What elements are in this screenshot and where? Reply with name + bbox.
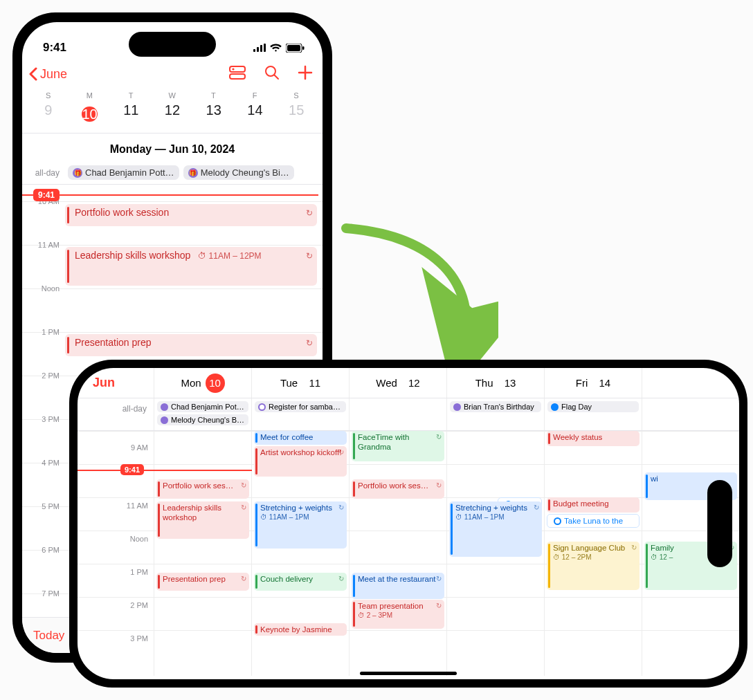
hour-label: 1 PM	[130, 568, 148, 576]
weekday-label: F	[235, 91, 276, 100]
recurring-icon: ↻	[436, 602, 442, 610]
recurring-icon: ↻	[241, 575, 246, 583]
event-title: Weekly status	[553, 433, 602, 441]
event-block[interactable]: Stretching + weights⏱ 11AM – 1PM↻	[254, 501, 347, 549]
event-block[interactable]: Portfolio work ses…↻	[352, 479, 444, 499]
event-title: Budget meeting	[553, 499, 609, 508]
recurring-icon: ↻	[436, 575, 442, 583]
allday-event-chip[interactable]: Brian Tran's Birthday	[450, 401, 541, 412]
event-title: Family	[651, 544, 674, 552]
circle-icon	[554, 517, 561, 525]
event-title: Presentation prep	[75, 337, 152, 348]
weekday-label: M	[69, 91, 111, 100]
recurring-icon: ↻	[241, 504, 246, 512]
month-label[interactable]: Jun	[78, 376, 154, 390]
status-icons	[253, 44, 305, 53]
wifi-icon	[270, 44, 282, 52]
day-column-header[interactable]: Wed 12	[349, 368, 446, 398]
weekday-label: S	[275, 91, 317, 100]
now-time: 9:41	[120, 464, 144, 475]
week-header: Jun Mon10 Tue 11 Wed 12 Thu 13 Fri 14	[78, 368, 739, 398]
svg-rect-0	[253, 49, 255, 52]
event-block[interactable]: Meet at the restaurant↻	[352, 573, 444, 599]
event-block[interactable]: Portfolio work ses…↻	[156, 479, 249, 499]
event-title: FaceTime with Grandma	[358, 433, 409, 451]
event-block[interactable]: Couch delivery↻	[254, 573, 347, 591]
svg-rect-6	[302, 46, 305, 50]
event-block[interactable]: Weekly status	[547, 431, 639, 446]
event-title: Stretching + weights	[455, 504, 527, 512]
search-button[interactable]	[264, 65, 280, 83]
weekday-label: T	[110, 91, 152, 100]
allday-event-chip[interactable]: Chad Benjamin Pot…	[157, 401, 248, 412]
allday-cell	[349, 398, 446, 430]
svg-rect-5	[287, 45, 300, 51]
allday-event-chip[interactable]: Melody Cheung's B…	[157, 414, 248, 425]
day-column-header[interactable]: Fri 14	[544, 368, 642, 398]
day-column-tue: Meet for coffeeArtist workshop kickoff!↻…	[251, 431, 349, 676]
event-block[interactable]: Portfolio work session ↻	[65, 204, 317, 226]
allday-event-chip[interactable]: Flag Day	[547, 401, 639, 412]
event-block[interactable]: Keynote by Jasmine	[254, 623, 347, 636]
date-cell-selected[interactable]: 10	[69, 102, 111, 126]
home-indicator	[360, 672, 457, 675]
hour-label: 3 PM	[25, 415, 60, 423]
chevron-left-icon	[28, 67, 37, 81]
recurring-icon: ↻	[338, 504, 344, 512]
event-block[interactable]: Take Luna to the vet	[547, 514, 639, 528]
hour-label: 6 PM	[25, 546, 60, 554]
event-title: Presentation prep	[163, 575, 226, 583]
event-subtitle: ⏱ 2 – 3PM	[358, 611, 441, 620]
hour-label: Noon	[25, 284, 60, 293]
svg-rect-1	[257, 47, 259, 52]
day-column-header[interactable]: Mon10	[154, 368, 251, 398]
today-button[interactable]: Today	[33, 629, 64, 643]
recurring-icon: ↻	[241, 481, 246, 490]
phone-landscape-frame: Jun Mon10 Tue 11 Wed 12 Thu 13 Fri 14 al…	[69, 360, 747, 688]
list-icon	[228, 66, 246, 80]
svg-rect-8	[230, 74, 245, 79]
add-button[interactable]	[298, 65, 313, 83]
event-block[interactable]: FaceTime with Grandma↻	[352, 431, 444, 461]
allday-event-chip[interactable]: Register for samba…	[255, 401, 346, 412]
event-block[interactable]: Leadership skills workshop↻	[156, 501, 249, 539]
allday-label: all-day	[29, 168, 64, 178]
allday-event-chip[interactable]: 🎁Melody Cheung's Bi…	[183, 165, 294, 180]
event-block[interactable]: Leadership skills workshop ⏱ 11AM – 12PM…	[65, 247, 317, 286]
allday-event-chip[interactable]: 🎁Chad Benjamin Pott…	[68, 165, 179, 180]
event-title: Team presentation	[358, 602, 424, 610]
hour-label: 3 PM	[130, 634, 148, 643]
event-block[interactable]: Stretching + weights⏱ 11AM – 1PM↻	[449, 501, 542, 557]
gift-icon	[161, 403, 168, 411]
weekday-label: S	[28, 91, 69, 100]
event-title: Take Luna to the vet	[554, 517, 623, 528]
date-cell[interactable]: 11	[110, 102, 152, 126]
recurring-icon: ↻	[338, 448, 344, 457]
date-cell[interactable]: 14	[235, 102, 276, 126]
event-block[interactable]: Sign Language Club⏱ 12 – 2PM↻	[547, 542, 639, 590]
week-allday-row: all-day Chad Benjamin Pot… Melody Cheung…	[78, 398, 739, 431]
battery-icon	[286, 44, 305, 53]
svg-rect-7	[230, 66, 245, 72]
hour-label: 11 AM	[127, 501, 148, 510]
event-block[interactable]: Artist workshop kickoff!↻	[254, 446, 347, 477]
search-icon	[264, 65, 280, 80]
event-title: Leadership skills workshop	[163, 504, 221, 522]
date-cell[interactable]: 13	[193, 102, 235, 126]
day-column-header[interactable]: Tue 11	[251, 368, 349, 398]
list-view-button[interactable]	[228, 66, 246, 82]
date-cell[interactable]: 15	[275, 102, 317, 126]
svg-point-9	[232, 68, 234, 70]
event-block[interactable]: Presentation prep↻	[156, 573, 249, 591]
day-column-header[interactable]: Thu 13	[446, 368, 544, 398]
event-block[interactable]: Presentation prep ↻	[65, 334, 317, 356]
hour-label: 9 AM	[131, 443, 148, 452]
back-button[interactable]: June	[28, 67, 67, 82]
date-cell[interactable]: 9	[28, 102, 69, 126]
date-cell[interactable]: 12	[152, 102, 193, 126]
week-grid[interactable]: 9:41 9 AM 11 AM Noon 1 PM 2 PM 3 PM Port…	[78, 431, 739, 676]
event-block[interactable]: Team presentation⏱ 2 – 3PM↻	[352, 600, 444, 629]
event-block[interactable]: Meet for coffee	[254, 431, 347, 445]
day-column-header[interactable]	[642, 368, 739, 398]
event-block[interactable]: Budget meeting	[547, 497, 639, 513]
